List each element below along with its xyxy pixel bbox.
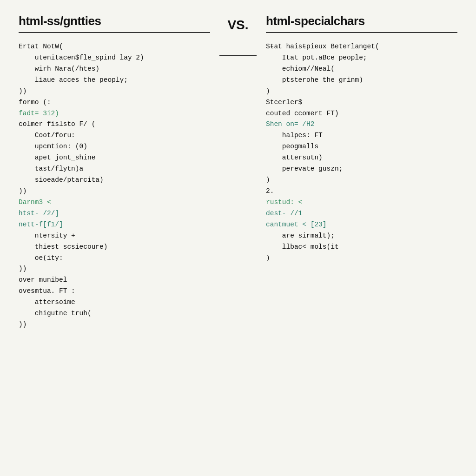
left-column: html-ss/gntties Ertat NotW( utenitacen$f…: [9, 14, 219, 331]
code-line: Coot/foru:: [19, 130, 210, 141]
code-line: Darnm3 <: [19, 197, 210, 208]
code-line: couted ccomert FT): [266, 108, 457, 119]
code-line: Itat pot.aBce people;: [266, 53, 457, 64]
code-line: upcmtion: (0): [19, 141, 210, 152]
left-title: html-ss/gntties: [19, 14, 210, 28]
code-line: ntersity +: [19, 231, 210, 242]
code-line: perevate guszn;: [266, 164, 457, 175]
code-line: ): [266, 86, 457, 97]
vs-divider-column: VS.: [219, 14, 257, 331]
code-line: tast/flytn)a: [19, 164, 210, 175]
code-line: )): [19, 319, 210, 331]
code-line: 2.: [266, 186, 457, 197]
code-line: are sirmalt);: [266, 231, 457, 242]
code-line: over munibel: [19, 275, 210, 286]
right-code-block: Sŧat haisŧpieux Beterlanget( Itat pot.aB…: [266, 41, 457, 264]
code-line: rustud: <: [266, 197, 457, 208]
code-line: )): [19, 186, 210, 197]
code-line: halpes: FT: [266, 130, 457, 141]
code-line: thiest scsiecoure): [19, 242, 210, 253]
main-container: html-ss/gntties Ertat NotW( utenitacen$f…: [9, 14, 467, 331]
code-line: attersutn): [266, 152, 457, 164]
code-line: attersoime: [19, 297, 210, 308]
code-line: dest- //1: [266, 208, 457, 219]
code-line: htst- /2/]: [19, 208, 210, 219]
code-line: apet jont_shine: [19, 152, 210, 164]
code-line: chigutne truh(: [19, 308, 210, 319]
code-line: cantmuet < [23]: [266, 219, 457, 231]
code-line: oe(ity:: [19, 253, 210, 264]
right-column: html-specialchars Sŧat haisŧpieux Beterl…: [257, 14, 467, 331]
code-line: fadt= 3i2): [19, 108, 210, 119]
code-line: ): [266, 175, 457, 186]
code-line: Ertat NotW(: [19, 41, 210, 53]
code-line: Stcerler$: [266, 97, 457, 108]
left-code-block: Ertat NotW( utenitacen$fle_spind lay 2) …: [19, 41, 210, 331]
code-line: colmer fislsto F/ (: [19, 119, 210, 130]
code-line: wirh Nara(/htes): [19, 64, 210, 75]
code-line: formo (:: [19, 97, 210, 108]
code-line: ptsterohe the grinm): [266, 75, 457, 86]
vs-label: VS.: [227, 18, 248, 33]
right-divider: [266, 32, 457, 33]
right-title: html-specialchars: [266, 14, 457, 28]
code-line: peogmalls: [266, 141, 457, 152]
code-line: )): [19, 86, 210, 97]
code-line: )): [19, 264, 210, 275]
code-line: sioeade/ptarcita): [19, 175, 210, 186]
code-line: llbac< mols(it: [266, 242, 457, 253]
code-line: Sŧat haisŧpieux Beterlanget(: [266, 41, 457, 53]
code-line: liaue acces the peoply;: [19, 75, 210, 86]
vs-line: [219, 55, 257, 56]
code-line: echiom//Neal(: [266, 64, 457, 75]
left-divider: [19, 32, 210, 33]
code-line: nett-f[f1/]: [19, 219, 210, 231]
code-line: utenitacen$fle_spind lay 2): [19, 53, 210, 64]
code-line: ovesmtua. FT :: [19, 286, 210, 297]
code-line: Shen on= /H2: [266, 119, 457, 130]
code-line: ): [266, 253, 457, 264]
